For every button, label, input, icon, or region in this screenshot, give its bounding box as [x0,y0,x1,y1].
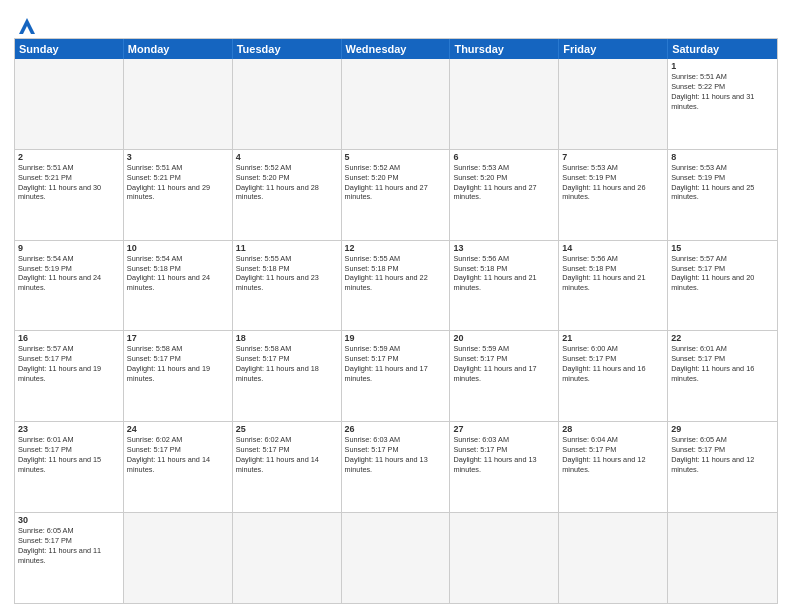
table-row [124,513,233,603]
table-row: 23Sunrise: 6:01 AMSunset: 5:17 PMDayligh… [15,422,124,512]
day-info: Sunrise: 5:58 AMSunset: 5:17 PMDaylight:… [127,344,229,383]
day-number: 26 [345,424,447,434]
week-row-6: 30Sunrise: 6:05 AMSunset: 5:17 PMDayligh… [15,512,777,603]
table-row: 2Sunrise: 5:51 AMSunset: 5:21 PMDaylight… [15,150,124,240]
table-row: 16Sunrise: 5:57 AMSunset: 5:17 PMDayligh… [15,331,124,421]
table-row: 1Sunrise: 5:51 AMSunset: 5:22 PMDaylight… [668,59,777,149]
table-row: 11Sunrise: 5:55 AMSunset: 5:18 PMDayligh… [233,241,342,331]
table-row: 12Sunrise: 5:55 AMSunset: 5:18 PMDayligh… [342,241,451,331]
day-info: Sunrise: 6:05 AMSunset: 5:17 PMDaylight:… [671,435,774,474]
day-number: 5 [345,152,447,162]
header-monday: Monday [124,39,233,59]
day-number: 9 [18,243,120,253]
day-number: 10 [127,243,229,253]
table-row: 3Sunrise: 5:51 AMSunset: 5:21 PMDaylight… [124,150,233,240]
table-row [450,513,559,603]
week-row-4: 16Sunrise: 5:57 AMSunset: 5:17 PMDayligh… [15,330,777,421]
day-number: 14 [562,243,664,253]
table-row: 17Sunrise: 5:58 AMSunset: 5:17 PMDayligh… [124,331,233,421]
day-info: Sunrise: 5:58 AMSunset: 5:17 PMDaylight:… [236,344,338,383]
day-number: 20 [453,333,555,343]
day-number: 16 [18,333,120,343]
day-info: Sunrise: 5:51 AMSunset: 5:21 PMDaylight:… [18,163,120,202]
table-row [559,59,668,149]
table-row: 29Sunrise: 6:05 AMSunset: 5:17 PMDayligh… [668,422,777,512]
calendar: Sunday Monday Tuesday Wednesday Thursday… [14,38,778,604]
table-row [124,59,233,149]
table-row: 21Sunrise: 6:00 AMSunset: 5:17 PMDayligh… [559,331,668,421]
header-wednesday: Wednesday [342,39,451,59]
week-row-2: 2Sunrise: 5:51 AMSunset: 5:21 PMDaylight… [15,149,777,240]
table-row: 7Sunrise: 5:53 AMSunset: 5:19 PMDaylight… [559,150,668,240]
day-info: Sunrise: 5:51 AMSunset: 5:21 PMDaylight:… [127,163,229,202]
day-number: 28 [562,424,664,434]
day-info: Sunrise: 6:00 AMSunset: 5:17 PMDaylight:… [562,344,664,383]
table-row [668,513,777,603]
day-info: Sunrise: 5:59 AMSunset: 5:17 PMDaylight:… [453,344,555,383]
logo-triangle-icon [15,16,39,36]
header-saturday: Saturday [668,39,777,59]
day-info: Sunrise: 5:53 AMSunset: 5:20 PMDaylight:… [453,163,555,202]
table-row: 4Sunrise: 5:52 AMSunset: 5:20 PMDaylight… [233,150,342,240]
day-number: 25 [236,424,338,434]
calendar-header: Sunday Monday Tuesday Wednesday Thursday… [15,39,777,59]
day-number: 18 [236,333,338,343]
day-info: Sunrise: 5:59 AMSunset: 5:17 PMDaylight:… [345,344,447,383]
day-info: Sunrise: 5:51 AMSunset: 5:22 PMDaylight:… [671,72,774,111]
day-number: 13 [453,243,555,253]
table-row [233,59,342,149]
table-row: 24Sunrise: 6:02 AMSunset: 5:17 PMDayligh… [124,422,233,512]
table-row: 27Sunrise: 6:03 AMSunset: 5:17 PMDayligh… [450,422,559,512]
week-row-1: 1Sunrise: 5:51 AMSunset: 5:22 PMDaylight… [15,59,777,149]
table-row: 22Sunrise: 6:01 AMSunset: 5:17 PMDayligh… [668,331,777,421]
table-row: 20Sunrise: 5:59 AMSunset: 5:17 PMDayligh… [450,331,559,421]
table-row: 19Sunrise: 5:59 AMSunset: 5:17 PMDayligh… [342,331,451,421]
day-number: 27 [453,424,555,434]
day-number: 22 [671,333,774,343]
day-number: 8 [671,152,774,162]
day-number: 17 [127,333,229,343]
day-number: 6 [453,152,555,162]
table-row [15,59,124,149]
table-row: 30Sunrise: 6:05 AMSunset: 5:17 PMDayligh… [15,513,124,603]
day-info: Sunrise: 6:03 AMSunset: 5:17 PMDaylight:… [345,435,447,474]
table-row: 14Sunrise: 5:56 AMSunset: 5:18 PMDayligh… [559,241,668,331]
day-info: Sunrise: 5:56 AMSunset: 5:18 PMDaylight:… [562,254,664,293]
table-row: 15Sunrise: 5:57 AMSunset: 5:17 PMDayligh… [668,241,777,331]
day-info: Sunrise: 5:56 AMSunset: 5:18 PMDaylight:… [453,254,555,293]
day-info: Sunrise: 6:02 AMSunset: 5:17 PMDaylight:… [127,435,229,474]
day-info: Sunrise: 6:03 AMSunset: 5:17 PMDaylight:… [453,435,555,474]
header-tuesday: Tuesday [233,39,342,59]
week-row-5: 23Sunrise: 6:01 AMSunset: 5:17 PMDayligh… [15,421,777,512]
table-row: 8Sunrise: 5:53 AMSunset: 5:19 PMDaylight… [668,150,777,240]
day-info: Sunrise: 6:02 AMSunset: 5:17 PMDaylight:… [236,435,338,474]
table-row [342,59,451,149]
day-info: Sunrise: 6:01 AMSunset: 5:17 PMDaylight:… [671,344,774,383]
logo [14,16,40,32]
day-number: 11 [236,243,338,253]
header-sunday: Sunday [15,39,124,59]
table-row: 28Sunrise: 6:04 AMSunset: 5:17 PMDayligh… [559,422,668,512]
day-number: 21 [562,333,664,343]
day-number: 2 [18,152,120,162]
day-info: Sunrise: 5:57 AMSunset: 5:17 PMDaylight:… [18,344,120,383]
table-row: 25Sunrise: 6:02 AMSunset: 5:17 PMDayligh… [233,422,342,512]
table-row: 26Sunrise: 6:03 AMSunset: 5:17 PMDayligh… [342,422,451,512]
day-info: Sunrise: 5:53 AMSunset: 5:19 PMDaylight:… [562,163,664,202]
table-row [559,513,668,603]
table-row: 10Sunrise: 5:54 AMSunset: 5:18 PMDayligh… [124,241,233,331]
table-row: 18Sunrise: 5:58 AMSunset: 5:17 PMDayligh… [233,331,342,421]
day-number: 1 [671,61,774,71]
day-info: Sunrise: 6:04 AMSunset: 5:17 PMDaylight:… [562,435,664,474]
table-row [342,513,451,603]
header-thursday: Thursday [450,39,559,59]
table-row [233,513,342,603]
day-info: Sunrise: 5:52 AMSunset: 5:20 PMDaylight:… [236,163,338,202]
day-number: 19 [345,333,447,343]
page: Sunday Monday Tuesday Wednesday Thursday… [0,0,792,612]
day-info: Sunrise: 5:54 AMSunset: 5:18 PMDaylight:… [127,254,229,293]
week-row-3: 9Sunrise: 5:54 AMSunset: 5:19 PMDaylight… [15,240,777,331]
day-number: 24 [127,424,229,434]
day-number: 4 [236,152,338,162]
table-row [450,59,559,149]
